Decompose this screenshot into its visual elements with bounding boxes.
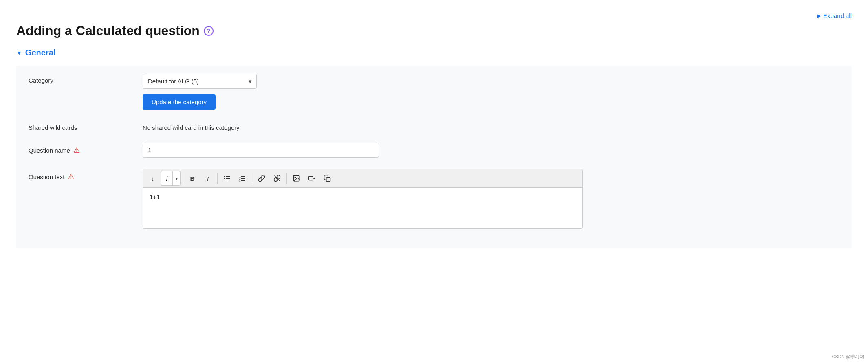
unlink-icon[interactable] bbox=[270, 171, 284, 185]
svg-rect-7 bbox=[241, 176, 245, 177]
update-category-button[interactable]: Update the category bbox=[143, 94, 216, 110]
expand-all-arrow-icon: ▶ bbox=[817, 13, 821, 19]
page-title: Adding a Calculated question ? bbox=[16, 23, 852, 38]
category-select[interactable]: Default for ALG (5) Other category bbox=[143, 74, 257, 89]
svg-rect-15 bbox=[309, 177, 313, 180]
question-name-row: Question name ⚠ bbox=[29, 143, 839, 158]
info-icon[interactable]: i bbox=[161, 171, 173, 185]
svg-point-14 bbox=[295, 177, 295, 178]
category-row: Category Default for ALG (5) Other categ… bbox=[29, 74, 839, 110]
link-icon[interactable] bbox=[254, 171, 269, 185]
ordered-list-icon[interactable]: 1. 2. 3. bbox=[235, 171, 250, 185]
shared-wild-cards-row: Shared wild cards No shared wild card in… bbox=[29, 121, 839, 131]
help-icon[interactable]: ? bbox=[204, 26, 214, 36]
category-control: Default for ALG (5) Other category Updat… bbox=[143, 74, 839, 110]
top-bar: ▶ Expand all bbox=[16, 12, 852, 19]
svg-rect-3 bbox=[226, 178, 230, 179]
info-dropdown-icon[interactable]: ▾ bbox=[173, 171, 180, 185]
editor-content: 1+1 bbox=[150, 193, 160, 200]
svg-rect-9 bbox=[241, 178, 245, 179]
form-section: Category Default for ALG (5) Other categ… bbox=[16, 66, 852, 248]
shared-wild-cards-label: Shared wild cards bbox=[29, 121, 143, 131]
expand-all-button[interactable]: ▶ Expand all bbox=[817, 12, 852, 19]
svg-rect-4 bbox=[224, 180, 225, 180]
toolbar-separator-4 bbox=[286, 173, 287, 184]
svg-rect-2 bbox=[224, 178, 225, 179]
section-label: General bbox=[25, 48, 55, 57]
page-title-text: Adding a Calculated question bbox=[16, 23, 200, 38]
svg-rect-5 bbox=[226, 180, 230, 180]
question-name-input[interactable] bbox=[143, 143, 379, 158]
expand-all-label: Expand all bbox=[823, 12, 852, 19]
format-text-icon[interactable]: ↓ bbox=[145, 171, 160, 185]
italic-icon[interactable]: I bbox=[200, 171, 215, 185]
question-text-label: Question text ⚠ bbox=[29, 169, 143, 181]
toolbar-separator-2 bbox=[217, 173, 218, 184]
svg-rect-17 bbox=[326, 178, 330, 182]
category-label: Category bbox=[29, 74, 143, 84]
svg-rect-0 bbox=[224, 176, 225, 177]
editor-container: ↓ i ▾ B I bbox=[143, 169, 583, 229]
bold-icon[interactable]: B bbox=[185, 171, 200, 185]
section-chevron-icon: ▼ bbox=[16, 50, 22, 56]
editor-toolbar: ↓ i ▾ B I bbox=[143, 169, 582, 188]
shared-wild-cards-value: No shared wild card in this category bbox=[143, 121, 839, 131]
editor-body[interactable]: 1+1 bbox=[143, 188, 582, 228]
svg-rect-11 bbox=[241, 180, 245, 181]
question-name-label: Question name ⚠ bbox=[29, 143, 143, 155]
section-header[interactable]: ▼ General bbox=[16, 48, 852, 57]
svg-text:3.: 3. bbox=[239, 180, 241, 182]
unordered-list-icon[interactable] bbox=[220, 171, 234, 185]
copy-paste-icon[interactable] bbox=[320, 171, 335, 185]
question-text-control: ↓ i ▾ B I bbox=[143, 169, 839, 229]
question-text-row: Question text ⚠ ↓ i ▾ B I bbox=[29, 169, 839, 229]
question-name-required-icon: ⚠ bbox=[73, 146, 80, 155]
image-icon[interactable] bbox=[289, 171, 304, 185]
question-text-required-icon: ⚠ bbox=[68, 172, 74, 181]
question-name-control bbox=[143, 143, 839, 158]
svg-rect-1 bbox=[226, 176, 230, 177]
category-select-wrapper[interactable]: Default for ALG (5) Other category bbox=[143, 74, 257, 89]
toolbar-separator-1 bbox=[183, 173, 183, 184]
toolbar-separator-3 bbox=[252, 173, 252, 184]
info-btn-group: i ▾ bbox=[161, 171, 181, 186]
video-icon[interactable] bbox=[304, 171, 319, 185]
